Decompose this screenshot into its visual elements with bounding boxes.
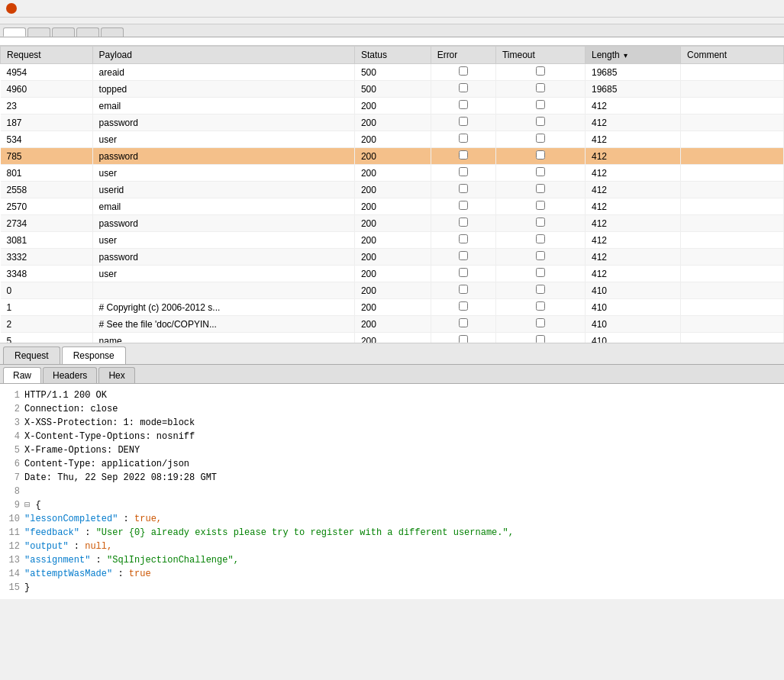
subtab-hex[interactable]: Hex <box>98 367 134 383</box>
tab-response[interactable]: Response <box>62 346 126 364</box>
table-cell[interactable] <box>431 299 495 316</box>
checkbox-cell-input[interactable] <box>536 150 545 160</box>
checkbox-cell-input[interactable] <box>459 268 468 277</box>
table-cell[interactable] <box>431 215 495 232</box>
table-cell[interactable] <box>495 131 585 148</box>
table-cell[interactable] <box>431 64 495 81</box>
table-cell[interactable] <box>431 232 495 249</box>
checkbox-cell-input[interactable] <box>536 301 545 311</box>
col-request[interactable]: Request <box>1 47 93 64</box>
checkbox-cell-input[interactable] <box>459 318 468 327</box>
table-cell[interactable] <box>495 232 585 249</box>
table-cell[interactable] <box>495 299 585 316</box>
table-row[interactable]: 2570email200412 <box>1 198 784 215</box>
checkbox-cell-input[interactable] <box>459 301 468 311</box>
table-row[interactable]: 3348user200412 <box>1 266 784 282</box>
table-cell[interactable] <box>431 131 495 148</box>
col-error[interactable]: Error <box>431 47 495 64</box>
tab-results[interactable] <box>3 27 26 37</box>
checkbox-cell-input[interactable] <box>536 335 545 343</box>
table-cell[interactable] <box>495 165 585 182</box>
table-cell[interactable] <box>431 148 495 165</box>
checkbox-cell-input[interactable] <box>536 318 545 327</box>
checkbox-cell-input[interactable] <box>459 66 468 76</box>
table-cell[interactable] <box>431 182 495 198</box>
checkbox-cell-input[interactable] <box>536 218 545 227</box>
checkbox-cell-input[interactable] <box>459 150 468 160</box>
checkbox-cell-input[interactable] <box>536 167 545 176</box>
col-length[interactable]: Length ▾ <box>585 47 680 64</box>
table-row[interactable]: 2734password200412 <box>1 215 784 232</box>
checkbox-cell-input[interactable] <box>459 83 468 92</box>
table-cell[interactable] <box>495 249 585 266</box>
checkbox-cell-input[interactable] <box>459 251 468 260</box>
table-cell[interactable] <box>495 64 585 81</box>
table-cell[interactable] <box>495 215 585 232</box>
menu-save[interactable] <box>18 19 24 22</box>
table-cell[interactable] <box>431 266 495 282</box>
table-row[interactable]: 5name200410 <box>1 333 784 344</box>
checkbox-cell-input[interactable] <box>536 100 545 109</box>
table-row[interactable]: 3081user200412 <box>1 232 784 249</box>
checkbox-cell-input[interactable] <box>459 167 468 176</box>
table-row[interactable]: 785password200412 <box>1 148 784 165</box>
tab-target[interactable] <box>27 27 50 37</box>
table-cell[interactable] <box>495 282 585 299</box>
table-row[interactable]: 187password200412 <box>1 114 784 131</box>
checkbox-cell-input[interactable] <box>459 134 468 143</box>
table-cell[interactable] <box>431 165 495 182</box>
checkbox-cell-input[interactable] <box>459 100 468 109</box>
checkbox-cell-input[interactable] <box>459 285 468 294</box>
col-timeout[interactable]: Timeout <box>495 47 585 64</box>
tab-options[interactable] <box>101 27 124 37</box>
checkbox-cell-input[interactable] <box>459 117 468 126</box>
checkbox-cell-input[interactable] <box>459 218 468 227</box>
table-cell[interactable] <box>431 316 495 333</box>
table-row[interactable]: 23email200412 <box>1 98 784 114</box>
table-row[interactable]: 801user200412 <box>1 165 784 182</box>
table-cell[interactable] <box>495 148 585 165</box>
table-cell[interactable] <box>495 266 585 282</box>
table-cell[interactable] <box>431 81 495 98</box>
checkbox-cell-input[interactable] <box>536 201 545 210</box>
col-comment[interactable]: Comment <box>681 47 784 64</box>
checkbox-cell-input[interactable] <box>536 234 545 243</box>
tab-payloads[interactable] <box>76 27 99 37</box>
table-row[interactable]: 1# Copyright (c) 2006-2012 s...200410 <box>1 299 784 316</box>
table-cell[interactable] <box>431 114 495 131</box>
checkbox-cell-input[interactable] <box>536 83 545 92</box>
table-row[interactable]: 4960topped50019685 <box>1 81 784 98</box>
table-cell[interactable] <box>495 182 585 198</box>
table-cell[interactable] <box>495 333 585 344</box>
table-cell[interactable] <box>431 282 495 299</box>
fold-icon[interactable]: ⊟ <box>24 500 35 511</box>
checkbox-cell-input[interactable] <box>536 285 545 294</box>
col-status[interactable]: Status <box>354 47 431 64</box>
checkbox-cell-input[interactable] <box>536 184 545 193</box>
table-cell[interactable] <box>495 98 585 114</box>
menu-columns[interactable] <box>34 19 40 22</box>
table-row[interactable]: 4954areaid50019685 <box>1 64 784 81</box>
col-payload[interactable]: Payload <box>92 47 354 64</box>
checkbox-cell-input[interactable] <box>459 201 468 210</box>
table-row[interactable]: 534user200412 <box>1 131 784 148</box>
subtab-raw[interactable]: Raw <box>3 367 41 383</box>
checkbox-cell-input[interactable] <box>536 134 545 143</box>
tab-request[interactable]: Request <box>3 346 60 364</box>
table-cell[interactable] <box>495 316 585 333</box>
table-cell[interactable] <box>495 198 585 215</box>
checkbox-cell-input[interactable] <box>459 184 468 193</box>
checkbox-cell-input[interactable] <box>459 234 468 243</box>
checkbox-cell-input[interactable] <box>536 268 545 277</box>
table-row[interactable]: 2# See the file 'doc/COPYIN...200410 <box>1 316 784 333</box>
table-cell[interactable] <box>495 81 585 98</box>
table-row[interactable]: 3332password200412 <box>1 249 784 266</box>
table-cell[interactable] <box>495 114 585 131</box>
tab-positions[interactable] <box>52 27 75 37</box>
checkbox-cell-input[interactable] <box>536 251 545 260</box>
table-cell[interactable] <box>431 333 495 344</box>
table-cell[interactable] <box>431 249 495 266</box>
checkbox-cell-input[interactable] <box>459 335 468 343</box>
checkbox-cell-input[interactable] <box>536 117 545 126</box>
table-row[interactable]: 2558userid200412 <box>1 182 784 198</box>
